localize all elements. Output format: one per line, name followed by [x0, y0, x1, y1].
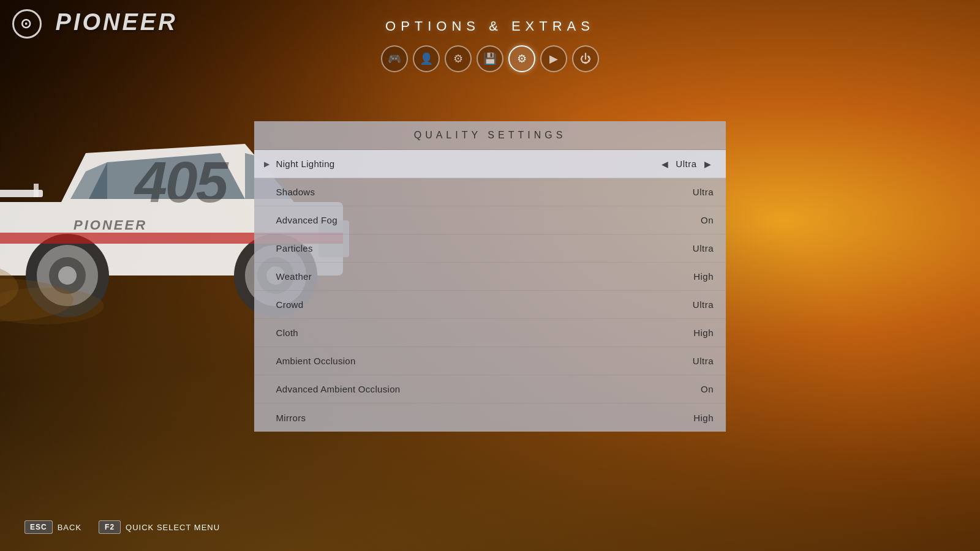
bottom-hints: Esc BACK F2 QUICK SELECT MENU — [24, 520, 220, 534]
setting-name: Particles — [276, 243, 693, 253]
setting-value: ◀ Ultra ▶ — [659, 158, 714, 170]
nav-icon-hdd[interactable]: 💾 — [477, 45, 503, 72]
setting-item-ambient-occlusion[interactable]: ▶ Ambient Occlusion Ultra — [254, 347, 726, 375]
nav-icon-settings[interactable]: ⚙ — [508, 45, 535, 72]
nav-icon-power[interactable]: ⏻ — [572, 45, 599, 72]
value-arrow-right[interactable]: ▶ — [702, 158, 714, 170]
setting-value: On — [701, 215, 714, 225]
hint-quick-select: F2 QUICK SELECT MENU — [99, 520, 220, 534]
page-title: OPTIONS & EXTRAS — [385, 18, 595, 34]
value-text: On — [701, 384, 714, 394]
setting-value: Ultra — [693, 356, 714, 366]
setting-item-shadows[interactable]: ▶ Shadows Ultra — [254, 178, 726, 206]
setting-name: Advanced Fog — [276, 215, 701, 225]
value-text: Ultra — [693, 187, 714, 197]
setting-name: Ambient Occlusion — [276, 356, 693, 366]
setting-name: Advanced Ambient Occlusion — [276, 384, 701, 394]
selected-indicator: ▶ — [264, 160, 270, 168]
setting-name: Shadows — [276, 187, 693, 197]
header: OPTIONS & EXTRAS 🎮 👤 ⚙ 💾 ⚙ ▶ ⏻ — [0, 18, 980, 72]
setting-name: Mirrors — [276, 413, 694, 423]
setting-item-advanced-ambient-occlusion[interactable]: ▶ Advanced Ambient Occlusion On — [254, 375, 726, 403]
nav-icon-person[interactable]: 👤 — [413, 45, 440, 72]
nav-icon-gear[interactable]: ⚙ — [445, 45, 472, 72]
nav-icon-gamepad[interactable]: 🎮 — [381, 45, 408, 72]
setting-name: Crowd — [276, 299, 693, 310]
value-arrow-left[interactable]: ◀ — [659, 158, 671, 170]
svg-point-9 — [58, 266, 77, 285]
esc-key: Esc — [24, 520, 53, 534]
setting-item-advanced-fog[interactable]: ▶ Advanced Fog On — [254, 206, 726, 234]
setting-item-mirrors[interactable]: ▶ Mirrors High — [254, 403, 726, 432]
setting-value: Ultra — [693, 299, 714, 310]
setting-item-cloth[interactable]: ▶ Cloth High — [254, 319, 726, 347]
setting-value: High — [693, 328, 714, 338]
setting-value: High — [693, 413, 714, 423]
setting-item-night-lighting[interactable]: ▶ Night Lighting ◀ Ultra ▶ — [254, 150, 726, 178]
setting-item-crowd[interactable]: ▶ Crowd Ultra — [254, 291, 726, 319]
svg-rect-5 — [34, 184, 39, 197]
quality-settings-panel: QUALITY SETTINGS ▶ Night Lighting ◀ Ultr… — [254, 121, 726, 432]
panel-title: QUALITY SETTINGS — [254, 121, 726, 150]
value-text: High — [693, 413, 714, 423]
setting-name: Night Lighting — [276, 159, 659, 169]
value-text: Ultra — [693, 299, 714, 310]
nav-icons-bar: 🎮 👤 ⚙ 💾 ⚙ ▶ ⏻ — [381, 45, 599, 72]
setting-name: Cloth — [276, 328, 694, 338]
value-text: High — [693, 271, 714, 282]
settings-list: ▶ Night Lighting ◀ Ultra ▶ ▶ Shadows Ult… — [254, 150, 726, 432]
hint-back: Esc BACK — [24, 520, 81, 534]
setting-value: Ultra — [693, 243, 714, 253]
value-text: Ultra — [693, 243, 714, 253]
setting-item-weather[interactable]: ▶ Weather High — [254, 263, 726, 291]
value-text: High — [693, 328, 714, 338]
nav-icon-play[interactable]: ▶ — [540, 45, 567, 72]
setting-item-particles[interactable]: ▶ Particles Ultra — [254, 234, 726, 263]
hint-quick-select-label: QUICK SELECT MENU — [126, 523, 220, 532]
svg-text:PIONEER: PIONEER — [74, 217, 147, 233]
setting-value: High — [693, 271, 714, 282]
setting-value: Ultra — [693, 187, 714, 197]
value-text: On — [701, 215, 714, 225]
f2-key: F2 — [99, 520, 121, 534]
setting-name: Weather — [276, 271, 694, 282]
setting-value: On — [701, 384, 714, 394]
hint-back-label: BACK — [58, 523, 81, 532]
value-text: Ultra — [693, 356, 714, 366]
value-text: Ultra — [676, 159, 696, 169]
svg-text:405: 405 — [134, 149, 229, 214]
